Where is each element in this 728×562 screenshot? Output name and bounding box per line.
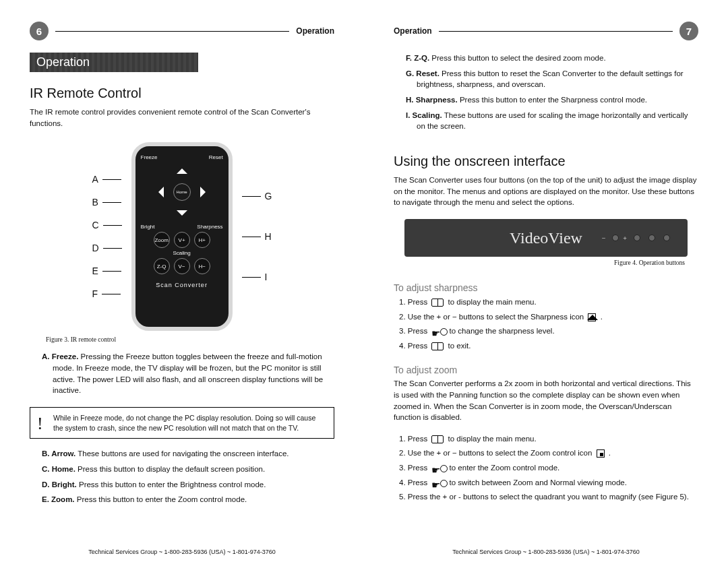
step-item: Press to display the main menu. [396, 296, 698, 309]
step-item: Press to enter the Zoom control mode. [396, 462, 698, 475]
definitions-2: B. Arrow. These buttons are used for nav… [42, 448, 334, 509]
definitions-1: A. Freeze. Pressing the Freeze button to… [42, 351, 334, 400]
header-rule [55, 31, 289, 32]
sharpness-subheading: To adjust sharpness [394, 282, 698, 293]
footer-left: Technical Services Group ~ 1-800-283-593… [0, 549, 364, 555]
footer-right: Technical Services Group ~ 1-800-283-593… [364, 549, 728, 555]
warning-note: ! While in Freeze mode, do not change th… [30, 407, 334, 439]
arrow-left-icon [153, 187, 164, 197]
arrow-right-icon [200, 187, 211, 197]
remote-brand: Scan Converter [156, 282, 208, 288]
dpad: Home [152, 162, 212, 222]
step-item: Press to change the sharpness level. [396, 325, 698, 338]
step-item: Use the + or − buttons to select the Sha… [396, 311, 698, 324]
callouts-right: G H I [242, 191, 272, 282]
definition-item: C. Home. Press this button to display th… [42, 464, 334, 475]
definition-item: D. Bright. Press this button to enter th… [42, 479, 334, 491]
definition-item: A. Freeze. Pressing the Freeze button to… [42, 351, 334, 396]
ir-heading: IR Remote Control [30, 86, 334, 101]
step-item: Press to display the main menu. [396, 433, 698, 446]
page-right: Operation 7 F. Z-Q. Press this button to… [364, 0, 728, 562]
definition-item: B. Arrow. These buttons are used for nav… [42, 448, 334, 460]
zoom-intro: The Scan Converter performs a 2x zoom in… [394, 378, 698, 427]
page-header-right: Operation 7 [394, 22, 698, 40]
definitions-3: F. Z-Q. Press this button to select the … [406, 53, 698, 136]
unit-photo: VideoView − + [404, 219, 688, 257]
sharpness-steps: Press to display the main menu.Use the +… [396, 296, 698, 354]
step-item: Press to exit. [396, 340, 698, 353]
remote-figure: A B C D E F FreezeReset Home BrightSharp… [30, 142, 334, 331]
exclamation-icon: ! [37, 412, 43, 436]
select-icon [431, 479, 445, 487]
zoom-steps: Press to display the main menu.Use the +… [396, 433, 698, 505]
step-item: Press to switch between Zoom and Normal … [396, 476, 698, 490]
ir-intro: The IR remote control provides convenien… [30, 106, 334, 133]
sharpness-icon [588, 313, 596, 321]
menu-icon [431, 299, 444, 307]
page-header-label: Operation [394, 26, 432, 36]
definition-item: F. Z-Q. Press this button to select the … [406, 53, 698, 64]
zoom-icon [597, 449, 605, 458]
figure-4-caption: Figure 4. Operation buttons [394, 259, 685, 266]
select-icon [431, 464, 445, 472]
page-left: 6 Operation Operation IR Remote Control … [0, 0, 364, 562]
zoom-subheading: To adjust zoom [394, 365, 698, 375]
definition-item: E. Zoom. Press this button to enter the … [42, 494, 334, 505]
definition-item: I. Scaling. These buttons are used for s… [406, 110, 698, 132]
select-icon [431, 327, 445, 336]
arrow-up-icon [177, 163, 187, 174]
header-rule [439, 31, 673, 32]
page-number-badge: 7 [679, 22, 698, 40]
arrow-down-icon [177, 210, 187, 221]
step-item: Use the + or − buttons to select the Zoo… [396, 447, 698, 460]
callouts-left: A B C D E F [92, 174, 121, 299]
step-item: Press the + or - buttons to select the q… [396, 491, 698, 504]
osi-intro: The Scan Converter uses four buttons (on… [394, 175, 698, 212]
definition-item: H. Sharpness. Press this button to enter… [406, 94, 698, 106]
osi-heading: Using the onscreen interface [394, 154, 698, 169]
remote-control-image: FreezeReset Home BrightSharpness ZoomV+H… [131, 142, 233, 331]
page-number-badge: 6 [30, 22, 49, 40]
unit-brand: VideoView [510, 229, 582, 247]
page-header-left: 6 Operation [30, 22, 334, 40]
figure-3-caption: Figure 3. IR remote control [46, 336, 334, 343]
page-header-label: Operation [296, 26, 334, 36]
home-button: Home [173, 183, 191, 201]
definition-item: G. Reset. Press this button to reset the… [406, 68, 698, 90]
section-title-bar: Operation [30, 53, 198, 72]
menu-icon [431, 435, 444, 443]
menu-icon [431, 342, 444, 350]
